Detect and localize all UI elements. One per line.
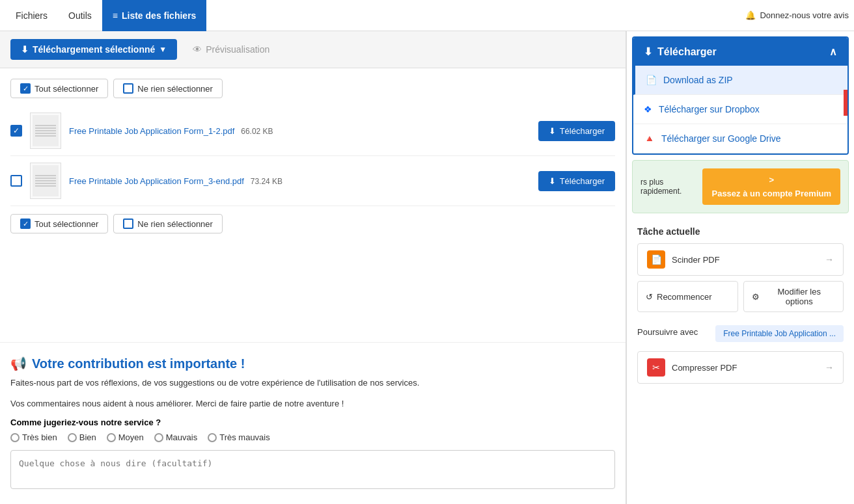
file2-download-label: Télécharger [560, 176, 605, 186]
dropdown-panel: ⬇ Télécharger ∧ 📄 Download as ZIP ❖ Télé… [632, 36, 849, 155]
gdrive-icon: 🔺 [644, 133, 655, 144]
select-all-label-top: Tout sélectionner [34, 84, 98, 94]
file2-checkbox[interactable] [10, 175, 22, 187]
continue-file-name-label: Free Printable Job Application ... [723, 329, 836, 338]
continue-file-button[interactable]: Free Printable Job Application ... [715, 325, 844, 342]
select-all-label-bottom: Tout sélectionner [34, 219, 98, 229]
top-select-bar: Tout sélectionner Ne rien sélectionner [10, 79, 615, 98]
download-selected-button[interactable]: ⬇ Téléchargement sélectionné ▼ [10, 39, 177, 60]
select-all-button-top[interactable]: Tout sélectionner [10, 79, 108, 98]
premium-arrow-icon: > [769, 175, 774, 185]
download-icon-1: ⬇ [549, 126, 556, 136]
restart-button[interactable]: ↺ Recommencer [637, 281, 738, 312]
radio-tres-bien-label: Très bien [22, 432, 57, 442]
radio-moyen-circle [107, 433, 116, 442]
continue-label: Poursuivre avec [637, 327, 698, 337]
premium-button[interactable]: > Passez à un compte Premium [702, 168, 840, 205]
premium-label: Passez à un compte Premium [711, 189, 831, 198]
select-all-checkbox-top [20, 83, 31, 94]
task-section: Tâche actuelle 📄 Scinder PDF → ↺ Recomme… [627, 219, 854, 325]
file1-name[interactable]: Free Printable Job Application Form_1-2.… [69, 126, 234, 136]
eye-icon: 👁 [193, 44, 202, 55]
telecharger-header-label: Télécharger [657, 46, 717, 58]
deselect-all-button-bottom[interactable]: Ne rien sélectionner [113, 214, 223, 233]
chevron-up-icon[interactable]: ∧ [829, 46, 837, 58]
file-list-area: Tout sélectionner Ne rien sélectionner [0, 68, 626, 342]
feedback-desc2: Vos commentaires nous aident à nous amél… [10, 397, 615, 410]
premium-text: rs plus rapidement. [640, 178, 682, 196]
deselect-all-button-top[interactable]: Ne rien sélectionner [113, 79, 223, 98]
select-all-checkbox-bottom [20, 219, 31, 229]
split-pdf-arrow-icon: → [825, 254, 834, 265]
dropbox-label: Télécharger sur Dropbox [659, 104, 760, 114]
file1-checkbox[interactable] [10, 125, 22, 137]
deselect-all-checkbox-bottom [123, 219, 133, 229]
toolbar: ⬇ Téléchargement sélectionné ▼ 👁 Prévisu… [0, 31, 626, 68]
feedback-label: Donnez-nous votre avis [760, 10, 849, 20]
split-pdf-task-item[interactable]: 📄 Scinder PDF → [637, 243, 844, 276]
radio-tres-mauvais[interactable]: Très mauvais [208, 432, 270, 442]
radio-mauvais-label: Mauvais [166, 432, 197, 442]
radio-bien-circle [68, 433, 77, 442]
right-panel: ⬇ Télécharger ∧ 📄 Download as ZIP ❖ Télé… [626, 31, 854, 504]
dropbox-item[interactable]: ❖ Télécharger sur Dropbox [633, 95, 847, 124]
file2-name[interactable]: Free Printable Job Application Form_3-en… [69, 176, 244, 186]
radio-bien[interactable]: Bien [68, 432, 96, 442]
options-icon: ⚙ [752, 292, 760, 302]
feedback-textarea[interactable] [10, 450, 615, 489]
radio-moyen[interactable]: Moyen [107, 432, 144, 442]
radio-mauvais[interactable]: Mauvais [154, 432, 197, 442]
preview-button[interactable]: 👁 Prévisualisation [182, 39, 280, 60]
premium-box: rs plus rapidement. > Passez à un compte… [632, 160, 849, 213]
file1-size: 66.02 KB [241, 127, 273, 136]
restart-label: Recommencer [657, 292, 712, 302]
deselect-all-checkbox-top [123, 83, 133, 94]
feedback-question: Comme jugeriez-vous notre service ? [10, 418, 615, 427]
compress-icon: ✂ [647, 358, 665, 377]
continue-section: Poursuivre avec Free Printable Job Appli… [627, 325, 854, 351]
dropbox-icon: ❖ [644, 104, 652, 114]
radio-tres-bien[interactable]: Très bien [10, 432, 57, 442]
file2-download-button[interactable]: ⬇ Télécharger [538, 171, 615, 191]
left-panel: ⬇ Téléchargement sélectionné ▼ 👁 Prévisu… [0, 31, 626, 504]
nav-liste[interactable]: ≡ Liste des fichiers [102, 0, 207, 31]
compress-pdf-item[interactable]: ✂ Compresser PDF → [637, 351, 844, 384]
radio-group: Très bien Bien Moyen Mauvais Très mauvai… [10, 432, 615, 442]
radio-tres-mauvais-circle [208, 433, 217, 442]
file1-thumbnail [30, 113, 61, 149]
zip-icon: 📄 [646, 75, 657, 85]
file1-download-button[interactable]: ⬇ Télécharger [538, 121, 615, 141]
split-pdf-label: Scinder PDF [672, 255, 818, 265]
file-row-1: Free Printable Job Application Form_1-2.… [10, 106, 615, 156]
chevron-down-icon: ▼ [159, 45, 167, 54]
preview-label: Prévisualisation [206, 44, 269, 55]
radio-mauvais-circle [154, 433, 163, 442]
radio-bien-label: Bien [79, 432, 96, 442]
gdrive-item[interactable]: 🔺 Télécharger sur Google Drive [633, 124, 847, 153]
radio-tres-mauvais-label: Très mauvais [219, 432, 270, 442]
nav-outils-label: Outils [68, 10, 92, 21]
bottom-select-bar: Tout sélectionner Ne rien sélectionner [10, 214, 615, 233]
feedback-section: 📢 Votre contribution est importante ! Fa… [0, 342, 626, 504]
select-all-button-bottom[interactable]: Tout sélectionner [10, 214, 108, 233]
dropdown-header: ⬇ Télécharger ∧ [633, 38, 847, 66]
file-row-2: Free Printable Job Application Form_3-en… [10, 156, 615, 206]
download-zip-label: Download as ZIP [663, 75, 733, 85]
radio-tres-bien-circle [10, 433, 20, 442]
nav-outils[interactable]: Outils [58, 0, 102, 31]
nav-fichiers[interactable]: Fichiers [5, 0, 58, 31]
options-button[interactable]: ⚙ Modifier les options [743, 281, 844, 312]
feedback-icon: 🔔 [745, 10, 756, 20]
download-selected-label: Téléchargement sélectionné [33, 44, 155, 55]
red-badge [844, 90, 849, 116]
compress-pdf-label: Compresser PDF [672, 363, 818, 373]
nav-feedback[interactable]: 🔔 Donnez-nous votre avis [745, 10, 849, 20]
deselect-all-label-top: Ne rien sélectionner [137, 84, 213, 94]
top-nav: Fichiers Outils ≡ Liste des fichiers 🔔 D… [0, 0, 854, 31]
compress-arrow-icon: → [825, 362, 834, 373]
file1-download-label: Télécharger [560, 126, 605, 136]
file2-thumbnail [30, 163, 61, 199]
download-zip-item[interactable]: 📄 Download as ZIP [633, 66, 847, 95]
options-label: Modifier les options [764, 287, 836, 306]
gdrive-label: Télécharger sur Google Drive [661, 133, 781, 144]
